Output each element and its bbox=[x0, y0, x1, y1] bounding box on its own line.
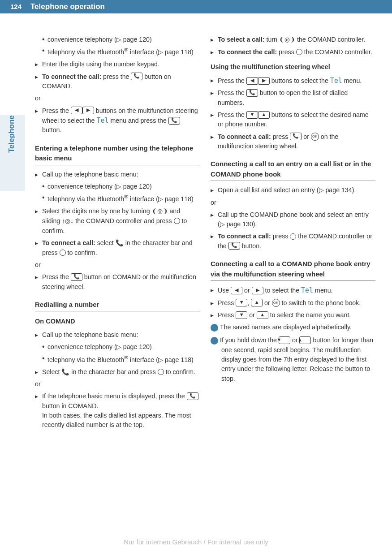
right-column: To select a call: turn ❨◎❩ the COMAND co… bbox=[211, 35, 375, 432]
text: Press bbox=[218, 311, 236, 319]
call-button-icon: 📞 bbox=[187, 392, 198, 400]
step-item: Press the ▼▲ buttons to select the desir… bbox=[211, 110, 375, 129]
step-item: Select 📞 in the character bar and press … bbox=[35, 367, 200, 377]
right-arrow-button-icon: ▶ bbox=[82, 107, 94, 114]
text: to switch to the phone book. bbox=[280, 299, 361, 306]
tel-menu-label: Tel bbox=[96, 116, 108, 125]
text: Use bbox=[218, 287, 231, 294]
step-item: Call up the telephone basic menu: conven… bbox=[35, 170, 200, 204]
left-arrow-button-icon: ◀ bbox=[231, 287, 242, 294]
step-bold: To connect a call: bbox=[218, 233, 271, 240]
info-note: iThe saved names are displayed alphabeti… bbox=[211, 323, 375, 332]
text: , bbox=[247, 299, 251, 306]
text: Select bbox=[42, 368, 61, 375]
text: the COMAND controller. bbox=[302, 48, 372, 56]
section-heading: Entering a telephone number using the te… bbox=[35, 143, 200, 165]
text: to confirm. bbox=[164, 368, 195, 375]
call-button-icon: 📞 bbox=[246, 89, 258, 97]
or-text: or bbox=[35, 94, 200, 103]
call-button-icon: 📞 bbox=[71, 273, 82, 281]
step-bold: To connect the call: bbox=[218, 48, 277, 56]
text: press the bbox=[101, 73, 131, 80]
step-item: Press the ◀▶ buttons to select the Tel m… bbox=[211, 76, 375, 86]
text: button. bbox=[240, 242, 261, 250]
text: telephony via the Bluetooth bbox=[47, 48, 124, 56]
header-title: Telephone operation bbox=[25, 1, 105, 13]
down-arrow-button-icon: ▼ bbox=[279, 336, 290, 344]
text: If you hold down the bbox=[220, 336, 279, 344]
step-item: Press the ◀▶ buttons on the multifunctio… bbox=[35, 106, 200, 135]
step-item: Press the 📞 button on COMAND or the mult… bbox=[35, 272, 200, 292]
up-arrow-button-icon: ▲ bbox=[251, 299, 263, 306]
press-dial-icon bbox=[174, 218, 180, 224]
up-arrow-button-icon: ▲ bbox=[299, 336, 311, 344]
press-dial-icon bbox=[290, 233, 296, 240]
text: the COMAND controller. bbox=[295, 36, 365, 43]
right-arrow-button-icon: ▶ bbox=[252, 287, 263, 294]
step-item: Press the 📞 button to open the list of d… bbox=[211, 88, 375, 108]
list-item: convenience telephony (▷ page 120) bbox=[42, 182, 200, 191]
text: or bbox=[247, 311, 257, 319]
info-note: iIf you hold down the ▼ or ▲ button for … bbox=[211, 336, 375, 383]
phone-handset-icon: 📞 bbox=[116, 239, 124, 246]
step-item: Press ▼ or ▲ to select the name you want… bbox=[211, 310, 375, 320]
text: Press the bbox=[218, 77, 246, 84]
watermark: Nur für internen Gebrauch / For internal… bbox=[0, 537, 392, 547]
text: Call up the telephone basic menu: bbox=[42, 171, 138, 178]
text: telephony via the Bluetooth bbox=[47, 195, 124, 203]
step-item: Press ▼, ▲ or OK to switch to the phone … bbox=[211, 298, 375, 308]
info-icon: i bbox=[211, 324, 218, 332]
or-text: or bbox=[211, 198, 375, 207]
step-bold: To connect a call: bbox=[218, 133, 271, 140]
text: menu. bbox=[313, 287, 332, 294]
step-item: To connect a call: select 📞 in the chara… bbox=[35, 238, 200, 258]
step-item: Use ◀ or ▶ to select the Tel menu. bbox=[211, 285, 375, 296]
step-item: Select the digits one by one by turning … bbox=[35, 207, 200, 236]
text: turn bbox=[265, 36, 279, 43]
press-dial-icon bbox=[158, 369, 164, 375]
press-dial-icon bbox=[60, 250, 66, 256]
step-item: Enter the digits using the number keypad… bbox=[35, 60, 200, 69]
left-arrow-button-icon: ◀ bbox=[71, 107, 82, 114]
right-arrow-button-icon: ▶ bbox=[258, 77, 270, 85]
step-item: Call up the telephone basic menu: conven… bbox=[35, 330, 200, 365]
step-bold: To select a call: bbox=[218, 36, 265, 43]
tel-menu-label: Tel bbox=[301, 286, 313, 294]
text: interface (▷ page 118) bbox=[128, 48, 194, 56]
text: to select the name you want. bbox=[268, 311, 351, 319]
page-header: 124 Telephone operation bbox=[0, 0, 392, 13]
text: Select the digits one by one by turning bbox=[42, 207, 152, 215]
text: the COMAND controller and press bbox=[73, 217, 173, 224]
text: In both cases, the calls dialled list ap… bbox=[42, 412, 191, 428]
text: menu and press the bbox=[109, 117, 168, 124]
section-tab-label: Telephone bbox=[6, 115, 17, 153]
press-dial-icon bbox=[296, 49, 302, 55]
step-item: Call up the COMAND phone book and select… bbox=[211, 210, 375, 229]
step-item: If the telephone basic menu is displayed… bbox=[35, 392, 200, 430]
text: button. bbox=[42, 126, 61, 134]
down-arrow-button-icon: ▼ bbox=[236, 311, 247, 319]
text: or bbox=[242, 287, 252, 294]
text: button in COMAND. bbox=[42, 402, 98, 409]
text: or bbox=[263, 299, 272, 306]
text: to select the bbox=[263, 287, 301, 294]
call-button-icon: 📞 bbox=[168, 117, 180, 125]
list-item: telephony via the Bluetooth® interface (… bbox=[42, 193, 200, 204]
info-icon: i bbox=[211, 337, 218, 345]
step-item: To connect a call: press the COMAND cont… bbox=[211, 232, 375, 251]
text: If the telephone basic menu is displayed… bbox=[42, 392, 187, 400]
text: in the character bar and press bbox=[69, 368, 157, 375]
list-item: telephony via the Bluetooth® interface (… bbox=[42, 354, 200, 365]
step-item: To connect the call: press the COMAND co… bbox=[211, 47, 375, 57]
step-item: To connect a call: press 📞 or OK on the … bbox=[211, 132, 375, 151]
text: interface (▷ page 118) bbox=[128, 195, 194, 203]
sub-heading: On COMAND bbox=[35, 317, 200, 327]
page-number: 124 bbox=[0, 2, 25, 12]
call-button-icon: 📞 bbox=[131, 73, 142, 80]
rotate-dial-icon: ❨◎❩ bbox=[152, 207, 168, 216]
text: telephony via the Bluetooth bbox=[47, 356, 124, 363]
rotate-dial-icon: ❨◎❩ bbox=[279, 35, 295, 44]
or-text: or bbox=[35, 260, 200, 270]
text: menu. bbox=[342, 77, 362, 84]
text: select bbox=[95, 239, 116, 246]
